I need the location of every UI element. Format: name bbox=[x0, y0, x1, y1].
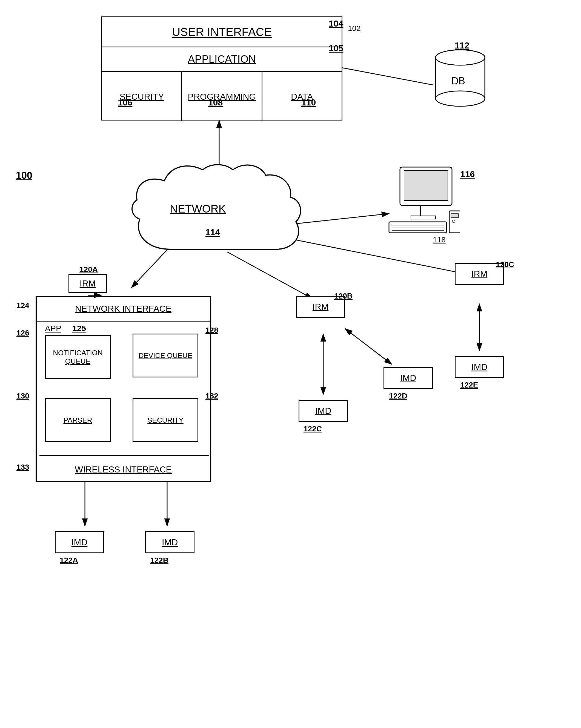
ref-122e: 122E bbox=[460, 381, 478, 389]
irm-to-gateway-arrow bbox=[88, 292, 104, 298]
ref-112: 112 bbox=[455, 41, 469, 51]
computer-icon bbox=[383, 164, 460, 241]
svg-rect-22 bbox=[389, 222, 447, 233]
svg-point-16 bbox=[435, 91, 485, 106]
irm-120c-label: IRM bbox=[472, 269, 487, 279]
ref-133: 133 bbox=[17, 463, 29, 472]
ref-104: 104 bbox=[329, 19, 343, 29]
ref-120c: 120C bbox=[496, 260, 514, 269]
ref-102: 102 bbox=[348, 24, 361, 33]
irm-120a-box: IRM bbox=[69, 274, 107, 293]
ref-132: 132 bbox=[205, 392, 218, 400]
svg-rect-27 bbox=[451, 214, 459, 217]
gateway-outer-box: NETWORK INTERFACE APP 125 NOTIFICATION Q… bbox=[35, 296, 211, 482]
security-cell: SECURITY bbox=[102, 72, 182, 121]
parser-box: PARSER bbox=[45, 398, 111, 442]
ref-106: 106 bbox=[118, 98, 132, 108]
svg-line-8 bbox=[345, 329, 392, 364]
ref-128: 128 bbox=[205, 326, 218, 335]
imd-122b-label: IMD bbox=[162, 537, 178, 547]
ref-122c: 122C bbox=[304, 424, 322, 433]
imd-122e-box: IMD bbox=[455, 356, 504, 378]
device-queue-box: DEVICE QUEUE bbox=[132, 334, 198, 378]
svg-rect-20 bbox=[421, 205, 426, 216]
ref-126: 126 bbox=[17, 329, 29, 337]
app-label: APP bbox=[45, 324, 61, 333]
imd-122c-box: IMD bbox=[299, 400, 348, 422]
ref-116: 116 bbox=[460, 169, 475, 179]
data-cell: DATA bbox=[262, 72, 342, 121]
ref-120b: 120B bbox=[334, 292, 353, 301]
ref-110: 110 bbox=[301, 98, 316, 108]
imd-122b-box: IMD bbox=[145, 531, 195, 553]
imd-122d-box: IMD bbox=[383, 367, 433, 389]
app-area: APP 125 NOTIFICATION QUEUE DEVICE QUEUE … bbox=[40, 321, 209, 456]
user-interface-row: USER INTERFACE bbox=[102, 17, 342, 47]
svg-rect-21 bbox=[411, 216, 435, 219]
ref-122b: 122B bbox=[150, 556, 169, 565]
ref-114: 114 bbox=[205, 227, 220, 237]
security-inner-box: SECURITY bbox=[132, 398, 198, 442]
irm-120a-label: IRM bbox=[80, 279, 96, 289]
notification-queue-label: NOTIFICATION QUEUE bbox=[46, 349, 110, 366]
application-row: APPLICATION bbox=[102, 47, 342, 72]
application-label: APPLICATION bbox=[188, 53, 256, 65]
parser-label: PARSER bbox=[64, 416, 92, 424]
device-queue-label: DEVICE QUEUE bbox=[138, 352, 193, 360]
wireless-interface-row: WIRELESS INTERFACE bbox=[37, 456, 210, 483]
imd-122a-label: IMD bbox=[72, 537, 88, 547]
network-interface-row: NETWORK INTERFACE bbox=[37, 297, 210, 321]
ref-120a: 120A bbox=[79, 265, 98, 274]
ref-105: 105 bbox=[329, 43, 343, 53]
ref-122a: 122A bbox=[60, 556, 78, 565]
ref-100: 100 bbox=[16, 170, 32, 181]
ref-108: 108 bbox=[208, 98, 223, 108]
imd-122e-label: IMD bbox=[472, 362, 487, 372]
imd-122a-box: IMD bbox=[55, 531, 104, 553]
bottom-row: SECURITY PROGRAMMING DATA bbox=[102, 72, 342, 121]
ref-125: 125 bbox=[72, 324, 86, 333]
svg-point-28 bbox=[452, 220, 455, 223]
user-interface-label: USER INTERFACE bbox=[172, 25, 272, 38]
ref-118: 118 bbox=[433, 236, 446, 244]
svg-point-17 bbox=[435, 50, 485, 65]
imd-122d-label: IMD bbox=[400, 373, 416, 383]
db-label: DB bbox=[451, 75, 465, 87]
network-label: NETWORK bbox=[170, 203, 226, 215]
notification-queue-box: NOTIFICATION QUEUE bbox=[45, 335, 111, 379]
wireless-interface-label: WIRELESS INTERFACE bbox=[75, 465, 172, 475]
svg-rect-19 bbox=[404, 171, 448, 201]
ref-130: 130 bbox=[17, 392, 29, 400]
ref-124: 124 bbox=[17, 301, 29, 310]
imd-122c-label: IMD bbox=[315, 406, 331, 416]
svg-line-12 bbox=[331, 66, 433, 85]
programming-cell: PROGRAMMING bbox=[182, 72, 262, 121]
security-inner-label: SECURITY bbox=[147, 416, 183, 424]
irm-120b-label: IRM bbox=[312, 302, 329, 312]
ref-122d: 122D bbox=[389, 392, 407, 400]
network-interface-label: NETWORK INTERFACE bbox=[75, 304, 172, 314]
